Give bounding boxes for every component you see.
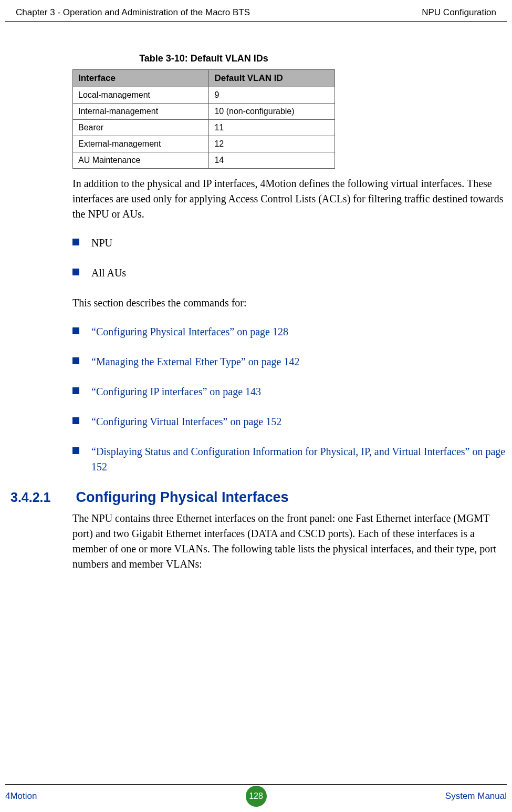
vlan-table-wrap: Table 3-10: Default VLAN IDs Interface D… (72, 53, 335, 169)
table-row: External-management 12 (73, 136, 335, 152)
list-item: “Configuring Physical Interfaces” on pag… (72, 324, 508, 340)
content-area: Table 3-10: Default VLAN IDs Interface D… (0, 53, 512, 572)
commands-intro: This section describes the commands for: (72, 295, 508, 311)
body-block-2: The NPU contains three Ethernet interfac… (72, 511, 508, 572)
section-title: Configuring Physical Interfaces (76, 489, 288, 506)
list-item: “Configuring Virtual Interfaces” on page… (72, 414, 508, 429)
table-cell-interface: AU Maintenance (73, 152, 209, 169)
table-header-row: Interface Default VLAN ID (73, 70, 335, 87)
table-cell-interface: Internal-management (73, 104, 209, 120)
body-block-1: In addition to the physical and IP inter… (72, 176, 508, 475)
commands-xref-list: “Configuring Physical Interfaces” on pag… (72, 324, 508, 475)
table-cell-vid: 9 (209, 87, 335, 104)
vlan-table: Interface Default VLAN ID Local-manageme… (72, 69, 335, 169)
table-row: AU Maintenance 14 (73, 152, 335, 169)
xref-configuring-ip-interfaces[interactable]: “Configuring IP interfaces” on page 143 (91, 386, 261, 397)
page-header: Chapter 3 - Operation and Administration… (5, 0, 507, 22)
list-item: “Configuring IP interfaces” on page 143 (72, 384, 508, 399)
footer-center: 128 (246, 786, 267, 807)
table-row: Internal-management 10 (non-configurable… (73, 104, 335, 120)
xref-configuring-physical-interfaces[interactable]: “Configuring Physical Interfaces” on pag… (91, 326, 288, 337)
list-item: “Managing the External Ether Type” on pa… (72, 354, 508, 369)
xref-managing-external-ether-type[interactable]: “Managing the External Ether Type” on pa… (91, 356, 299, 367)
table-caption: Table 3-10: Default VLAN IDs (72, 53, 335, 64)
section-heading: 3.4.2.1 Configuring Physical Interfaces (11, 489, 501, 506)
xref-configuring-virtual-interfaces[interactable]: “Configuring Virtual Interfaces” on page… (91, 416, 281, 427)
table-cell-vid: 10 (non-configurable) (209, 104, 335, 120)
page-number-badge: 128 (246, 786, 267, 807)
list-item: “Displaying Status and Configuration Inf… (72, 444, 508, 475)
page: Chapter 3 - Operation and Administration… (0, 0, 512, 812)
header-chapter: Chapter 3 - Operation and Administration… (16, 7, 250, 18)
table-cell-interface: Bearer (73, 120, 209, 136)
page-footer: 4Motion 128 System Manual (5, 784, 507, 801)
table-cell-interface: External-management (73, 136, 209, 152)
list-item-label: All AUs (91, 267, 126, 279)
table-row: Bearer 11 (73, 120, 335, 136)
header-section: NPU Configuration (422, 7, 496, 18)
table-row: Local-management 9 (73, 87, 335, 104)
section-number: 3.4.2.1 (11, 490, 50, 505)
section-body-paragraph: The NPU contains three Ethernet interfac… (72, 511, 508, 572)
table-header-interface: Interface (73, 70, 209, 87)
virtual-interface-list: NPU All AUs (72, 235, 508, 281)
table-cell-vid: 12 (209, 136, 335, 152)
footer-left: 4Motion (5, 791, 37, 801)
table-cell-vid: 11 (209, 120, 335, 136)
table-header-vlan-id: Default VLAN ID (209, 70, 335, 87)
table-cell-interface: Local-management (73, 87, 209, 104)
list-item: NPU (72, 235, 508, 251)
xref-displaying-status[interactable]: “Displaying Status and Configuration Inf… (91, 446, 505, 472)
list-item-label: NPU (91, 237, 112, 249)
footer-right: System Manual (445, 791, 507, 801)
intro-paragraph: In addition to the physical and IP inter… (72, 176, 508, 222)
list-item: All AUs (72, 265, 508, 281)
table-cell-vid: 14 (209, 152, 335, 169)
